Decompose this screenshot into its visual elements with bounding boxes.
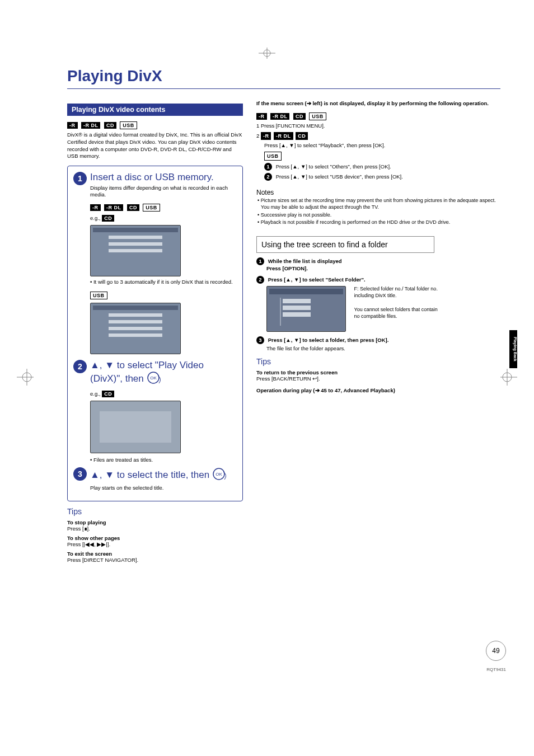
tree-step-3-bold: Press [▲, ▼] to select a folder, then pr…	[268, 337, 389, 343]
page-number: 49	[486, 641, 506, 661]
tree-screenshot	[266, 286, 346, 332]
tips-heading-right: Tips	[256, 357, 500, 366]
tree-step-1-num: 1	[256, 257, 264, 265]
right-line2-num: 2	[256, 133, 259, 139]
rtag-usb: USB	[309, 112, 326, 120]
sub-num-2: 2	[264, 173, 272, 181]
right-usb-step2: Press [▲, ▼] to select "USB device", the…	[276, 173, 403, 180]
tip-stop-body: Press [∎].	[67, 525, 243, 532]
note-3: • Playback is not possible if recording …	[256, 219, 500, 226]
crop-mark-top	[259, 48, 275, 61]
crop-mark-left	[11, 369, 34, 388]
right-line2-body: Press [▲, ▼] to select "Playback", then …	[256, 142, 500, 149]
side-tab-playing-back: Playing Back	[509, 330, 517, 368]
tree-step-1b: Press [OPTION].	[266, 265, 308, 271]
usb-menu-screenshot	[90, 303, 181, 354]
file-list-screenshot	[90, 401, 181, 453]
tag-r: -R	[67, 122, 78, 129]
step-1-sub: Display items differ depending on what i…	[90, 185, 237, 199]
step-1-badge: 1	[73, 172, 87, 185]
step1-tag-r: -R	[90, 204, 101, 211]
step1-tag-cd: CD	[127, 204, 139, 211]
crop-mark-right	[500, 369, 523, 388]
step-1-title: Insert a disc or USB memory.	[90, 172, 237, 183]
notes-heading: Notes	[256, 189, 500, 196]
title-rule	[67, 88, 500, 89]
right-intro: If the menu screen (➔ left) is not displ…	[256, 100, 500, 107]
page-title: Playing DivX	[67, 67, 500, 85]
tip-exit-heading: To exit the screen	[67, 551, 243, 557]
step-3-title: ▲, ▼ to select the title, then OK	[90, 467, 237, 483]
step2-note: • Files are treated as titles.	[90, 457, 237, 463]
document-code: RQT9431	[486, 667, 506, 672]
sub-num-1: 1	[264, 163, 272, 171]
cd-menu-screenshot	[90, 225, 181, 276]
tip-pages-heading: To show other pages	[67, 535, 243, 541]
tips-heading-left: Tips	[67, 507, 243, 516]
manual-page: Playing DivX Playing DivX video contents…	[0, 0, 534, 756]
ok-button-icon-2: OK	[212, 467, 229, 483]
rtip-operation: Operation during play (➔ 45 to 47, Advan…	[256, 387, 500, 393]
tree-description: F: Selected folder no./ Total folder no.…	[354, 286, 438, 320]
note-2: • Successive play is not possible.	[256, 212, 500, 219]
note-1: • Picture sizes set at the recording tim…	[256, 198, 500, 210]
step-2-title: ▲, ▼ to select "Play Video (DivX)", then…	[90, 360, 237, 388]
svg-rect-15	[283, 299, 311, 303]
tree-step-3-num: 3	[256, 336, 264, 344]
step-3-sub: Play starts on the selected title.	[90, 485, 237, 491]
steps-box: 1 Insert a disc or USB memory. Display i…	[67, 166, 243, 501]
step-3-badge: 3	[73, 467, 87, 481]
tip-stop-heading: To stop playing	[67, 519, 243, 525]
rtag-r: -R	[256, 113, 267, 120]
rtag-cd: CD	[293, 113, 306, 120]
tree-step-2: Press [▲, ▼] to select "Select Folder".	[268, 276, 366, 283]
svg-rect-17	[283, 312, 311, 317]
right-usb-step1: Press [▲, ▼] to select "Others", then pr…	[276, 163, 391, 170]
tree-desc-2: You cannot select folders that contain n…	[354, 307, 438, 320]
left-column: Playing DivX video contents -R -R DL CD …	[67, 100, 243, 563]
right-line1: 1 Press [FUNCTION MENU].	[256, 123, 500, 130]
svg-text:OK: OK	[150, 375, 157, 381]
rtip-return-heading: To return to the previous screen	[256, 369, 500, 375]
step-2-badge: 2	[73, 360, 87, 373]
tag-rdl: -R DL	[81, 122, 101, 129]
l2-tag-rdl: -R DL	[274, 132, 293, 140]
step1-note: • It will go to 3 automatically if it is…	[90, 279, 237, 285]
step1-tag-usb: USB	[143, 204, 160, 212]
svg-rect-16	[283, 306, 311, 310]
step1-usb-tag: USB	[90, 292, 107, 299]
rtip-return-body: Press [BACK/RETURN ↩].	[256, 375, 500, 382]
rtag-rdl: -R DL	[270, 113, 290, 120]
step2-eg-label: e.g.,	[90, 391, 101, 397]
tree-step-2-num: 2	[256, 276, 264, 284]
tip-pages-body: Press [|◀◀, ▶▶|].	[67, 541, 243, 547]
tag-cd: CD	[104, 122, 116, 129]
tree-step-3-body: The file list for the folder appears.	[256, 345, 500, 351]
right-column: If the menu screen (➔ left) is not displ…	[256, 100, 500, 563]
tip-exit-body: Press [DIRECT NAVIGATOR].	[67, 557, 243, 563]
tag-usb: USB	[120, 121, 137, 129]
tree-desc-1: F: Selected folder no./ Total folder no.…	[354, 286, 438, 299]
l2-tag-r: -R	[261, 132, 271, 140]
svg-text:OK: OK	[216, 472, 222, 477]
right-usb-tag: USB	[264, 152, 282, 161]
section-heading: Playing DivX video contents	[67, 104, 243, 116]
step1-eg-label: e.g.,	[90, 215, 101, 221]
subsection-heading: Using the tree screen to find a folder	[256, 236, 434, 253]
intro-text: DivX® is a digital video format created …	[67, 132, 243, 160]
step1-eg-tag: CD	[102, 215, 114, 222]
l2-tag-cd: CD	[296, 132, 308, 140]
ok-button-icon: OK	[147, 371, 163, 387]
tree-step-1a: While the file list is displayed	[268, 258, 342, 264]
step-3-title-text: ▲, ▼ to select the title, then	[90, 469, 209, 480]
media-tags: -R -R DL CD USB	[67, 119, 243, 129]
svg-rect-13	[269, 289, 343, 294]
step1-tag-rdl: -R DL	[104, 204, 124, 211]
step2-eg-tag: CD	[102, 391, 114, 397]
